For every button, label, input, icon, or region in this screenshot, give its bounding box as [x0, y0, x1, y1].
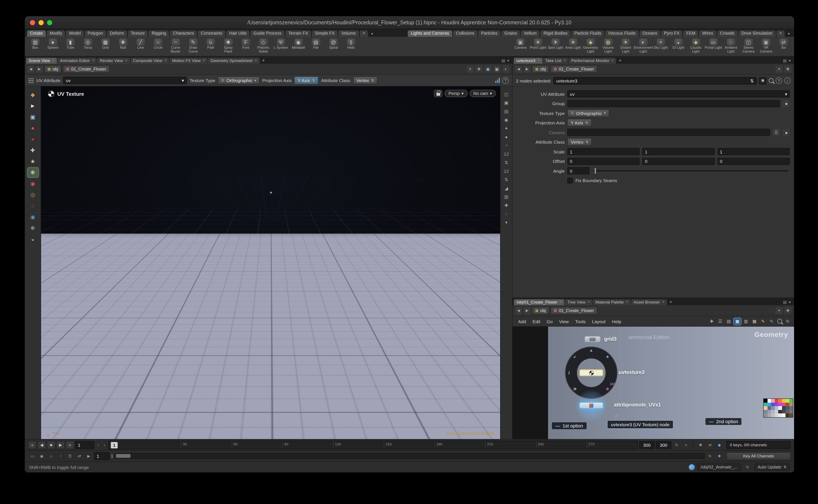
- shelf-tool[interactable]: ◈ Caustic Light: [687, 37, 705, 56]
- refresh-icon[interactable]: ↻: [706, 452, 714, 460]
- node-uvtexture3[interactable]: [579, 369, 603, 376]
- viewport-tool-icon[interactable]: ●: [27, 123, 38, 133]
- viewport-option-icon[interactable]: 12: [504, 168, 509, 174]
- menu-item[interactable]: Tools: [572, 318, 589, 325]
- back-icon[interactable]: ◀: [515, 307, 522, 314]
- palette-swatch[interactable]: [782, 402, 786, 406]
- shelf-tool[interactable]: ~ Curve Bezier: [167, 37, 184, 56]
- close-tab-icon[interactable]: ×: [559, 300, 562, 304]
- shelf-overflow-icon[interactable]: ▾: [786, 32, 792, 37]
- radial-up-icon[interactable]: ▲: [589, 348, 593, 352]
- shelf-tool[interactable]: § Helix: [342, 37, 360, 56]
- viewport-tool-icon[interactable]: ►: [27, 101, 38, 111]
- shelf-tool[interactable]: ▣ VR Camera: [757, 37, 775, 56]
- uv-attribute-input[interactable]: uv ▾: [567, 90, 790, 97]
- close-tab-icon[interactable]: ×: [92, 59, 94, 62]
- palette-swatch[interactable]: [789, 410, 793, 413]
- palette-swatch[interactable]: [764, 399, 767, 402]
- palette-swatch[interactable]: [775, 410, 778, 413]
- close-tab-icon[interactable]: ×: [125, 59, 127, 62]
- viewport[interactable]: UV Texture Persp ▾ No cam ▾: [41, 86, 500, 439]
- palette-swatch[interactable]: [778, 410, 782, 413]
- palette-swatch[interactable]: [775, 402, 778, 406]
- shelf-tab[interactable]: Simple FX: [312, 30, 338, 37]
- viewport-tool-icon[interactable]: ◎: [27, 190, 38, 200]
- shelf-tab[interactable]: Hair Utils: [226, 30, 250, 37]
- network-toolbar-icon[interactable]: ▤: [725, 318, 733, 325]
- shelf-tool[interactable]: ∪ Path: [202, 37, 220, 56]
- viewport-tool-icon[interactable]: ○: [27, 201, 38, 211]
- palette-swatch[interactable]: [786, 406, 789, 410]
- shelf-tool[interactable]: ✱ Spray Paint: [220, 37, 237, 56]
- viewport-option-icon[interactable]: ✚: [504, 202, 508, 208]
- loop-icon[interactable]: ↻: [673, 441, 681, 449]
- realtime-icon[interactable]: ✱: [697, 441, 705, 449]
- menu-item[interactable]: Layout: [589, 318, 608, 325]
- info-icon[interactable]: i: [784, 77, 791, 84]
- playhead[interactable]: 1: [111, 442, 118, 448]
- palette-swatch[interactable]: [775, 406, 778, 410]
- audio-icon[interactable]: ∿: [682, 441, 690, 449]
- back-icon[interactable]: ◀: [27, 66, 34, 72]
- shelf-tab[interactable]: Rigging: [149, 30, 169, 37]
- palette-swatch[interactable]: [771, 413, 775, 417]
- palette-swatch[interactable]: [786, 402, 789, 406]
- path-root-chip[interactable]: ▦obj: [532, 307, 549, 314]
- transport-button[interactable]: ◀: [38, 441, 46, 449]
- attribute-grid-icon[interactable]: [28, 78, 34, 83]
- back-icon[interactable]: ◀: [515, 66, 522, 72]
- shelf-tab[interactable]: Characters: [170, 30, 197, 37]
- key-all-channels-button[interactable]: Key All Channels: [727, 452, 791, 460]
- network-toolbar-icon[interactable]: ▥: [742, 318, 750, 325]
- camera-menu-button[interactable]: No cam ▾: [469, 90, 496, 97]
- shelf-tab[interactable]: Rigid Bodies: [540, 30, 570, 37]
- shelf-tool[interactable]: ◫ Stereo Camera: [740, 37, 757, 56]
- projection-axis-dropdown[interactable]: Y Axis ⇅: [294, 77, 318, 84]
- display-options-icon[interactable]: ◐: [502, 65, 509, 73]
- palette-swatch[interactable]: [782, 410, 786, 413]
- projection-axis-param-dropdown[interactable]: Y Axis ⇅: [567, 119, 591, 127]
- playbar-option-icon[interactable]: ☰: [66, 452, 74, 460]
- pane-tab[interactable]: Take List ×: [543, 57, 568, 64]
- close-tab-icon[interactable]: ×: [52, 59, 55, 62]
- select-arrow-icon[interactable]: ▲: [783, 129, 790, 136]
- texture-type-param-dropdown[interactable]: ☰ Orthographic ▾: [567, 109, 609, 117]
- pane-tab[interactable]: Material Palette ×: [593, 299, 631, 305]
- camera-icon[interactable]: ▣: [493, 65, 500, 73]
- scale-z-input[interactable]: 1: [717, 148, 790, 155]
- perspective-menu-button[interactable]: Persp ▾: [445, 90, 467, 97]
- search-icon[interactable]: [769, 78, 774, 83]
- shelf-tool[interactable]: ◍ Volume Light: [599, 37, 617, 56]
- shelf-tool[interactable]: ◐ Environment Light: [635, 37, 652, 56]
- palette-swatch[interactable]: [771, 402, 775, 406]
- close-tab-icon[interactable]: ×: [255, 59, 257, 62]
- pane-tab[interactable]: Animation Editor ×: [57, 57, 97, 64]
- shelf-tab[interactable]: Guide Process: [251, 30, 285, 37]
- globe-icon[interactable]: [689, 464, 695, 470]
- path-root-chip[interactable]: ▦obj: [44, 65, 61, 73]
- radial-freeze-icon[interactable]: ❄: [573, 387, 577, 391]
- transport-button[interactable]: ■: [47, 441, 55, 449]
- network-toolbar-icon[interactable]: ☰: [717, 318, 724, 325]
- viewport-option-icon[interactable]: ◔: [505, 142, 508, 148]
- shelf-tab[interactable]: Particles: [478, 30, 500, 37]
- shelf-tool[interactable]: ▭ Portal Light: [705, 37, 722, 56]
- new-tab-button[interactable]: +: [667, 299, 674, 305]
- chevron-down-icon[interactable]: ▾: [785, 91, 787, 96]
- attribute-class-param-dropdown[interactable]: Vertex ⇅: [567, 138, 592, 146]
- pin-icon[interactable]: ❖: [784, 65, 791, 73]
- shelf-tab[interactable]: +: [776, 30, 785, 37]
- network-canvas[interactable]: ommercial Edition Geometry grid3 ▲ ↙ ● i…: [512, 327, 794, 439]
- pin-icon[interactable]: ❖: [784, 307, 791, 314]
- viewport-tool-icon[interactable]: ★: [27, 156, 38, 166]
- auto-update-dropdown[interactable]: Auto Update ⇅: [754, 463, 790, 471]
- pane-tab[interactable]: Motion FX View ×: [169, 57, 208, 64]
- pane-menu-icon[interactable]: ▤: [783, 59, 787, 63]
- palette-swatch[interactable]: [764, 410, 767, 413]
- offset-y-input[interactable]: 0: [643, 158, 715, 165]
- node-grid3[interactable]: [584, 336, 601, 342]
- palette-swatch[interactable]: [778, 406, 782, 410]
- shelf-tool[interactable]: ◓ Sky Light: [652, 37, 670, 56]
- close-tab-icon[interactable]: ×: [203, 59, 205, 62]
- search-icon[interactable]: [777, 319, 782, 324]
